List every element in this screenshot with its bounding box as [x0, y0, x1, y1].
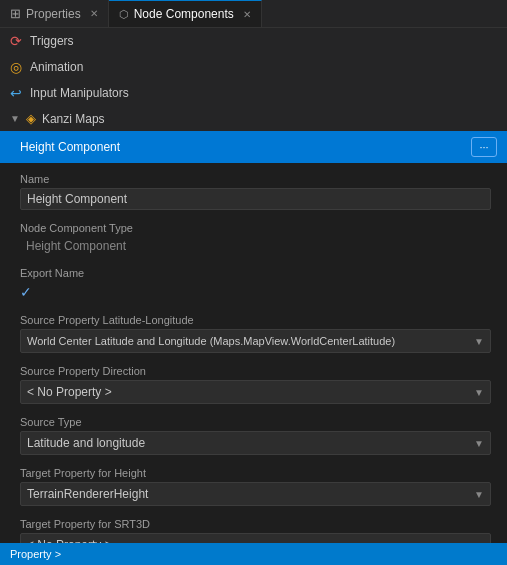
sidebar-item-input-manipulators[interactable]: ↩ Input Manipulators — [0, 80, 507, 106]
chevron-down-icon: ▼ — [10, 113, 20, 124]
height-component-title: Height Component — [20, 140, 120, 154]
chevron-down-icon: ▼ — [474, 336, 484, 347]
source-type-dropdown[interactable]: Latitude and longitude ▼ — [20, 431, 491, 455]
target-height-label: Target Property for Height — [20, 467, 491, 479]
target-height-value: TerrainRendererHeight — [27, 487, 470, 501]
tab-properties-close[interactable]: ✕ — [90, 8, 98, 19]
breadcrumb[interactable]: Property > — [10, 548, 61, 560]
component-icon: ⬡ — [119, 8, 129, 21]
export-name-label: Export Name — [20, 267, 491, 279]
chevron-down-icon: ▼ — [474, 489, 484, 500]
prop-source-lat-lng-group: Source Property Latitude-Longitude World… — [0, 304, 507, 355]
source-lat-lng-label: Source Property Latitude-Longitude — [20, 314, 491, 326]
source-lat-lng-dropdown[interactable]: World Center Latitude and Longitude (Map… — [20, 329, 491, 353]
name-value[interactable]: Height Component — [20, 188, 491, 210]
prop-source-type-group: Source Type Latitude and longitude ▼ — [0, 406, 507, 457]
sidebar-item-triggers[interactable]: ⟳ Triggers — [0, 28, 507, 54]
tab-node-components-label: Node Components — [134, 7, 234, 21]
chevron-down-icon: ▼ — [474, 438, 484, 449]
export-name-checkmark[interactable]: ✓ — [20, 282, 491, 302]
prop-source-direction-group: Source Property Direction < No Property … — [0, 355, 507, 406]
height-component-header[interactable]: Height Component ··· — [0, 131, 507, 163]
tab-node-components-close[interactable]: ✕ — [243, 9, 251, 20]
chevron-down-icon: ▼ — [474, 387, 484, 398]
source-direction-dropdown[interactable]: < No Property > ▼ — [20, 380, 491, 404]
triggers-label: Triggers — [30, 34, 74, 48]
sidebar-item-animation[interactable]: ◎ Animation — [0, 54, 507, 80]
node-component-type-label: Node Component Type — [20, 222, 491, 234]
grid-icon: ⊞ — [10, 6, 21, 21]
input-icon: ↩ — [10, 85, 22, 101]
name-label: Name — [20, 173, 491, 185]
properties-panel: Name Height Component Node Component Typ… — [0, 163, 507, 559]
tab-properties-label: Properties — [26, 7, 81, 21]
source-lat-lng-value: World Center Latitude and Longitude (Map… — [27, 335, 470, 347]
animation-label: Animation — [30, 60, 83, 74]
source-direction-value: < No Property > — [27, 385, 470, 399]
trigger-icon: ⟳ — [10, 33, 22, 49]
source-type-value: Latitude and longitude — [27, 436, 470, 450]
target-height-dropdown[interactable]: TerrainRendererHeight ▼ — [20, 482, 491, 506]
prop-node-component-type-group: Node Component Type Height Component — [0, 212, 507, 257]
more-button[interactable]: ··· — [471, 137, 497, 157]
target-srt3d-label: Target Property for SRT3D — [20, 518, 491, 530]
kanzi-maps-label: Kanzi Maps — [42, 112, 105, 126]
sidebar-item-kanzi-maps[interactable]: ▼ ◈ Kanzi Maps — [0, 106, 507, 131]
sidebar: ⟳ Triggers ◎ Animation ↩ Input Manipulat… — [0, 28, 507, 559]
tab-bar: ⊞ Properties ✕ ⬡ Node Components ✕ — [0, 0, 507, 28]
input-manipulators-label: Input Manipulators — [30, 86, 129, 100]
node-component-type-value: Height Component — [20, 237, 491, 255]
kanzi-icon: ◈ — [26, 111, 36, 126]
tab-properties[interactable]: ⊞ Properties ✕ — [0, 0, 109, 27]
tab-node-components[interactable]: ⬡ Node Components ✕ — [109, 0, 262, 27]
animation-icon: ◎ — [10, 59, 22, 75]
breadcrumb-bar: Property > — [0, 543, 507, 565]
prop-target-height-group: Target Property for Height TerrainRender… — [0, 457, 507, 508]
prop-export-name-group: Export Name ✓ — [0, 257, 507, 304]
source-type-label: Source Type — [20, 416, 491, 428]
source-direction-label: Source Property Direction — [20, 365, 491, 377]
prop-name-group: Name Height Component — [0, 163, 507, 212]
